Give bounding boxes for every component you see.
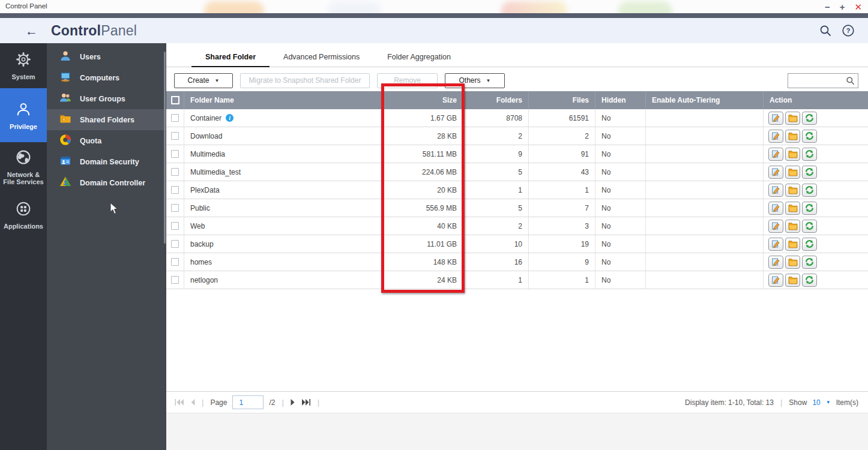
sidebar-item-privilege[interactable]: Privilege	[0, 88, 47, 142]
first-page-icon[interactable]	[175, 399, 184, 406]
sidebar-item-applications[interactable]: Applications	[0, 191, 47, 238]
table-row[interactable]: PlexData i 20 KB 1 1 No	[166, 181, 868, 199]
table-row[interactable]: Container i 1.67 GB 8708 61591 No	[166, 109, 868, 127]
edit-shared-folder-permission-icon[interactable]	[785, 274, 800, 287]
edit-properties-icon[interactable]	[768, 220, 783, 233]
refresh-icon[interactable]	[802, 184, 817, 197]
show-count-value[interactable]: 10	[812, 398, 820, 407]
edit-shared-folder-permission-icon[interactable]	[785, 202, 800, 215]
row-checkbox[interactable]	[171, 114, 179, 122]
tab-shared-folder[interactable]: Shared Folder	[191, 53, 270, 67]
row-checkbox[interactable]	[171, 150, 179, 158]
refresh-icon[interactable]	[802, 148, 817, 161]
refresh-icon[interactable]	[802, 238, 817, 251]
hidden-value: No	[595, 235, 646, 253]
table-row[interactable]: homes i 148 KB 16 9 No	[166, 253, 868, 271]
close-icon[interactable]: ✕	[854, 2, 862, 11]
row-checkbox[interactable]	[171, 276, 179, 284]
refresh-icon[interactable]	[802, 166, 817, 179]
chevron-down-icon: ▼	[215, 78, 220, 83]
search-input[interactable]	[788, 74, 846, 88]
tab-advanced-permissions[interactable]: Advanced Permissions	[270, 53, 373, 67]
edit-shared-folder-permission-icon[interactable]	[785, 238, 800, 251]
migrate-button[interactable]: Migrate to Snapshot Shared Folder	[240, 73, 370, 88]
table-row[interactable]: backup i 11.01 GB 10 19 No	[166, 235, 868, 253]
search-icon[interactable]	[819, 24, 832, 37]
refresh-icon[interactable]	[802, 256, 817, 269]
page-number-input[interactable]	[232, 395, 264, 409]
edit-properties-icon[interactable]	[768, 256, 783, 269]
edit-shared-folder-permission-icon[interactable]	[785, 148, 800, 161]
others-button[interactable]: Others ▼	[445, 73, 505, 88]
row-checkbox[interactable]	[171, 168, 179, 176]
column-header-size[interactable]: Size	[382, 91, 463, 109]
edit-properties-icon[interactable]	[768, 112, 783, 125]
edit-shared-folder-permission-icon[interactable]	[785, 184, 800, 197]
remove-button[interactable]: Remove	[377, 73, 438, 88]
sidebar-item-users[interactable]: Users	[47, 46, 166, 67]
table-row[interactable]: Multimedia_test i 224.06 MB 5 43 No	[166, 163, 868, 181]
previous-page-icon[interactable]	[190, 399, 195, 406]
column-header-action[interactable]: Action	[764, 91, 868, 109]
table-row[interactable]: Public i 556.9 MB 5 7 No	[166, 199, 868, 217]
row-checkbox[interactable]	[171, 204, 179, 212]
table-row[interactable]: Web i 40 KB 2 3 No	[166, 217, 868, 235]
edit-properties-icon[interactable]	[768, 274, 783, 287]
table-row[interactable]: netlogon i 24 KB 1 1 No	[166, 271, 868, 289]
tab-folder-aggregation[interactable]: Folder Aggregation	[373, 53, 465, 67]
sidebar-item-domain-security[interactable]: Domain Security	[47, 151, 166, 172]
edit-shared-folder-permission-icon[interactable]	[785, 112, 800, 125]
edit-shared-folder-permission-icon[interactable]	[785, 166, 800, 179]
sidebar-item-system[interactable]: System	[0, 43, 47, 88]
create-button[interactable]: Create ▼	[174, 73, 233, 88]
refresh-icon[interactable]	[802, 274, 817, 287]
table-row[interactable]: Download i 28 KB 2 2 No	[166, 127, 868, 145]
sidebar-item-network-file-services[interactable]: Network & File Services	[0, 142, 47, 191]
column-header-folder-name[interactable]: Folder Name	[184, 91, 382, 109]
edit-shared-folder-permission-icon[interactable]	[785, 220, 800, 233]
column-header-files[interactable]: Files	[529, 91, 595, 109]
info-icon[interactable]: i	[226, 114, 234, 122]
edit-properties-icon[interactable]	[768, 130, 783, 143]
sidebar-item-domain-controller[interactable]: Domain Controller	[47, 172, 166, 193]
edit-properties-icon[interactable]	[768, 166, 783, 179]
next-page-icon[interactable]	[291, 399, 296, 406]
minimize-icon[interactable]: −	[825, 2, 830, 11]
maximize-icon[interactable]: +	[840, 2, 845, 11]
chevron-down-icon[interactable]: ▼	[826, 400, 831, 405]
row-checkbox[interactable]	[171, 222, 179, 230]
sidebar-item-quota[interactable]: Quota	[47, 130, 166, 151]
sidebar-item-computers[interactable]: Computers	[47, 67, 166, 88]
sidebar-item-shared-folders[interactable]: Shared Folders	[47, 109, 166, 130]
column-header-hidden[interactable]: Hidden	[595, 91, 646, 109]
select-all-checkbox[interactable]	[171, 96, 179, 104]
search-icon[interactable]	[846, 76, 858, 85]
sidebar-scrollbar[interactable]	[164, 52, 166, 244]
table-row[interactable]: Multimedia i 581.11 MB 9 91 No	[166, 145, 868, 163]
desktop-blur-blob	[501, 1, 567, 13]
last-page-icon[interactable]	[301, 399, 311, 406]
row-checkbox[interactable]	[171, 258, 179, 266]
edit-properties-icon[interactable]	[768, 148, 783, 161]
back-icon[interactable]: ←	[25, 25, 38, 37]
file-count: 43	[529, 163, 595, 181]
sidebar-item-user-groups[interactable]: User Groups	[47, 88, 166, 109]
row-checkbox[interactable]	[171, 132, 179, 140]
column-header-folders[interactable]: Folders	[463, 91, 529, 109]
auto-tiering-value	[646, 181, 764, 199]
row-checkbox[interactable]	[171, 240, 179, 248]
refresh-icon[interactable]	[802, 130, 817, 143]
auto-tiering-value	[646, 253, 764, 271]
secondary-sidebar: Users Computers	[47, 43, 166, 450]
row-checkbox[interactable]	[171, 186, 179, 194]
edit-shared-folder-permission-icon[interactable]	[785, 256, 800, 269]
refresh-icon[interactable]	[802, 202, 817, 215]
edit-properties-icon[interactable]	[768, 184, 783, 197]
edit-properties-icon[interactable]	[768, 238, 783, 251]
edit-shared-folder-permission-icon[interactable]	[785, 130, 800, 143]
refresh-icon[interactable]	[802, 112, 817, 125]
edit-properties-icon[interactable]	[768, 202, 783, 215]
refresh-icon[interactable]	[802, 220, 817, 233]
help-icon[interactable]: ?	[842, 24, 855, 37]
column-header-auto-tiering[interactable]: Enable Auto-Tiering	[646, 91, 764, 109]
